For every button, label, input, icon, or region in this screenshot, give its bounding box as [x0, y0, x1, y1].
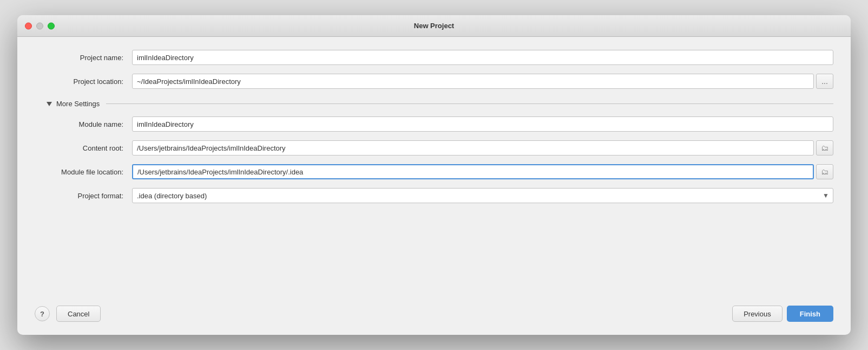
- help-icon: ?: [40, 310, 44, 318]
- more-settings-row: More Settings: [35, 100, 833, 108]
- project-location-label: Project location:: [35, 77, 132, 86]
- help-button[interactable]: ?: [35, 306, 50, 321]
- dialog-title: New Project: [414, 22, 454, 30]
- new-project-dialog: New Project Project name: Project locati…: [17, 15, 851, 335]
- module-name-row: Module name:: [35, 116, 833, 132]
- project-location-row: Project location: ...: [35, 74, 833, 89]
- window-controls: [25, 22, 55, 29]
- project-location-input[interactable]: [132, 74, 814, 89]
- minimize-button[interactable]: [36, 22, 43, 29]
- project-format-label: Project format:: [35, 192, 132, 200]
- content-root-browse-button[interactable]: 🗂: [816, 140, 833, 155]
- title-bar: New Project: [17, 15, 851, 37]
- maximize-button[interactable]: [48, 22, 55, 29]
- project-name-row: Project name:: [35, 50, 833, 65]
- module-file-location-browse-button[interactable]: 🗂: [816, 164, 833, 179]
- footer-right: Previous Finish: [732, 306, 833, 322]
- content-root-field-group: 🗂: [132, 140, 833, 155]
- module-file-location-field-group: 🗂: [132, 164, 833, 179]
- dialog-body: Project name: Project location: ... More…: [17, 37, 851, 297]
- more-settings-label: More Settings: [56, 100, 100, 108]
- content-root-input[interactable]: [132, 140, 814, 155]
- ellipsis-icon: ...: [821, 77, 828, 86]
- previous-button[interactable]: Previous: [732, 306, 782, 322]
- more-settings-toggle[interactable]: [35, 102, 56, 106]
- content-root-row: Content root: 🗂: [35, 140, 833, 155]
- finish-button[interactable]: Finish: [787, 306, 833, 322]
- project-format-row: Project format: .idea (directory based) …: [35, 188, 833, 203]
- module-file-location-row: Module file location: 🗂: [35, 164, 833, 179]
- folder-icon: 🗂: [821, 144, 828, 152]
- project-format-select[interactable]: .idea (directory based) .iml (file based…: [132, 188, 833, 203]
- expand-triangle-icon: [47, 102, 52, 106]
- folder-icon-2: 🗂: [821, 167, 828, 176]
- module-name-label: Module name:: [35, 120, 132, 128]
- close-button[interactable]: [25, 22, 32, 29]
- project-location-browse-button[interactable]: ...: [816, 74, 833, 89]
- module-file-location-label: Module file location:: [35, 168, 132, 176]
- dialog-footer: ? Cancel Previous Finish: [17, 297, 851, 335]
- project-location-field-group: ...: [132, 74, 833, 89]
- project-name-label: Project name:: [35, 54, 132, 62]
- module-name-input[interactable]: [132, 116, 833, 132]
- project-name-input[interactable]: [132, 50, 833, 65]
- content-root-label: Content root:: [35, 144, 132, 152]
- more-settings-divider: [106, 103, 833, 104]
- footer-left: ? Cancel: [35, 306, 101, 322]
- module-file-location-input[interactable]: [132, 164, 814, 179]
- project-format-select-wrapper: .idea (directory based) .iml (file based…: [132, 188, 833, 203]
- cancel-button[interactable]: Cancel: [56, 306, 101, 322]
